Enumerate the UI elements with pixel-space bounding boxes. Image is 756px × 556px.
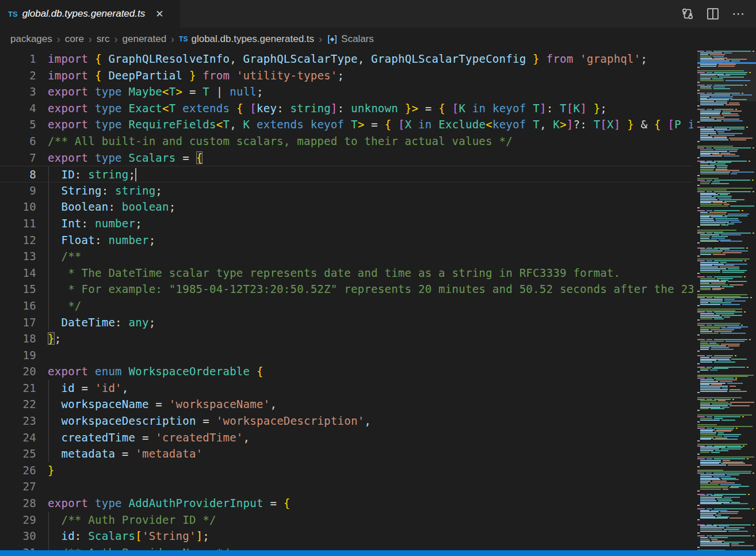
code-line[interactable]: 26} [0, 462, 693, 479]
indent-guide [48, 248, 49, 265]
more-actions-button[interactable]: ⋯ [730, 5, 747, 22]
code-line-text: Boolean: boolean; [36, 199, 693, 215]
code-line[interactable]: 11 Int: number; [0, 215, 693, 232]
code-line-text: */ [36, 298, 693, 314]
breadcrumb-file-label: global.db.types.generated.ts [191, 33, 314, 45]
open-changes-button[interactable] [679, 5, 696, 22]
code-line[interactable]: 5export type RequireFields<T, K extends … [0, 116, 693, 133]
code-line[interactable]: 19 [0, 347, 693, 364]
line-number: 21 [0, 380, 36, 397]
code-line[interactable]: 7export type Scalars = { [0, 150, 693, 166]
tab-close-icon[interactable]: ✕ [153, 8, 166, 20]
code-line[interactable]: 20export enum WorkspaceOrderable { [0, 363, 693, 380]
code-line[interactable]: 24 createdTime = 'createdTime', [0, 429, 693, 446]
code-line[interactable]: 8 ID: string; [0, 166, 693, 182]
breadcrumb-item-packages[interactable]: packages [10, 33, 52, 45]
code-line-text: createdTime = 'createdTime', [36, 429, 693, 446]
code-line[interactable]: 27 [0, 478, 693, 495]
code-line-text: export type Scalars = { [36, 150, 693, 166]
code-line[interactable]: 31 /** Auth Provider Name */ [0, 544, 693, 550]
code-line-text: Int: number; [36, 215, 693, 232]
code-line[interactable]: 13 /** [0, 248, 693, 265]
breadcrumb-item-src[interactable]: src [97, 33, 110, 45]
line-number: 29 [0, 512, 36, 528]
line-number: 13 [0, 248, 36, 265]
typescript-file-icon: TS [179, 35, 188, 43]
line-number: 6 [0, 133, 36, 150]
breadcrumb-symbol[interactable]: Scalars [327, 33, 374, 45]
code-line[interactable]: 4export type Exact<T extends { [key: str… [0, 100, 693, 117]
code-line-text: export type RequireFields<T, K extends k… [36, 116, 693, 133]
code-line-text: export enum WorkspaceOrderable { [36, 363, 693, 380]
line-number: 7 [0, 150, 36, 166]
minimap[interactable] [697, 51, 756, 550]
breadcrumb-file[interactable]: TS global.db.types.generated.ts [179, 33, 314, 45]
code-line-text: export type AddAuthProviderInput = { [36, 495, 693, 512]
code-line[interactable]: 29 /** Auth Provider ID */ [0, 512, 693, 528]
chevron-right-icon: › [170, 33, 175, 45]
text-cursor [135, 168, 136, 181]
code-line[interactable]: 25 metadata = 'metadata' [0, 445, 693, 462]
indent-guide [48, 314, 49, 331]
code-line[interactable]: 1import { GraphQLResolveInfo, GraphQLSca… [0, 51, 693, 67]
code-line[interactable]: 28export type AddAuthProviderInput = { [0, 495, 693, 512]
code-line[interactable]: 16 */ [0, 298, 693, 314]
indent-guide [48, 528, 49, 544]
code-line[interactable]: 21 id = 'id', [0, 380, 693, 397]
chevron-right-icon: › [318, 33, 323, 45]
code-line-text [36, 347, 693, 364]
code-line-text: } [36, 462, 693, 479]
breadcrumb-item-generated[interactable]: generated [123, 33, 167, 45]
code-line[interactable]: 30 id: Scalars['String']; [0, 528, 693, 544]
line-number: 23 [0, 413, 36, 429]
line-number: 11 [0, 215, 36, 232]
indent-guide [48, 199, 49, 215]
line-number: 4 [0, 100, 36, 117]
indent-guide [48, 232, 49, 249]
code-line[interactable]: 23 workspaceDescription = 'workspaceDesc… [0, 413, 693, 429]
code-line[interactable]: 18}; [0, 330, 693, 347]
split-editor-icon [707, 7, 719, 20]
code-line-text: }; [36, 330, 693, 347]
indent-guide [48, 298, 49, 314]
status-bar[interactable] [0, 550, 756, 556]
code-line[interactable]: 6/** All built-in and custom scalars, ma… [0, 133, 693, 150]
code-line[interactable]: 2import { DeepPartial } from 'utility-ty… [0, 67, 693, 84]
editor-actions: ⋯ [679, 0, 756, 28]
typescript-file-icon: TS [8, 10, 18, 18]
line-number: 26 [0, 462, 36, 479]
code-editor[interactable]: 1import { GraphQLResolveInfo, GraphQLSca… [0, 51, 693, 550]
minimap-line [697, 545, 756, 547]
code-line[interactable]: 22 workspaceName = 'workspaceName', [0, 396, 693, 413]
indent-guide [48, 512, 49, 528]
code-line-text: id = 'id', [36, 380, 693, 397]
vscode-window: TS global.db.types.generated.ts ✕ ⋯ [0, 0, 756, 556]
type-symbol-icon [327, 34, 338, 45]
open-changes-icon [681, 7, 694, 20]
code-line-text: metadata = 'metadata' [36, 445, 693, 462]
code-line[interactable]: 14 * The DateTime scalar type represents… [0, 265, 693, 281]
indent-guide [48, 544, 49, 550]
code-line[interactable]: 17 DateTime: any; [0, 314, 693, 331]
code-line[interactable]: 12 Float: number; [0, 232, 693, 249]
line-number: 31 [0, 544, 36, 550]
code-line[interactable]: 3export type Maybe<T> = T | null; [0, 83, 693, 100]
split-editor-button[interactable] [704, 5, 721, 22]
breadcrumb-symbol-label: Scalars [341, 33, 374, 45]
line-number: 8 [0, 166, 36, 182]
code-line[interactable]: 9 String: string; [0, 182, 693, 199]
scrollbar-gutter[interactable] [693, 51, 697, 550]
line-number: 10 [0, 199, 36, 215]
line-number: 28 [0, 495, 36, 512]
line-number: 19 [0, 347, 36, 364]
editor-tab[interactable]: TS global.db.types.generated.ts ✕ [0, 0, 180, 28]
indent-guide [48, 413, 49, 429]
line-number: 14 [0, 265, 36, 281]
breadcrumb-item-core[interactable]: core [65, 33, 84, 45]
indent-guide [48, 445, 49, 462]
breadcrumb: packages › core › src › generated › TS g… [0, 28, 756, 51]
code-line[interactable]: 10 Boolean: boolean; [0, 199, 693, 215]
code-line-text: String: string; [36, 182, 693, 199]
minimap-slider[interactable] [697, 51, 756, 101]
code-line[interactable]: 15 * For example: "1985-04-12T23:20:50.5… [0, 281, 693, 298]
